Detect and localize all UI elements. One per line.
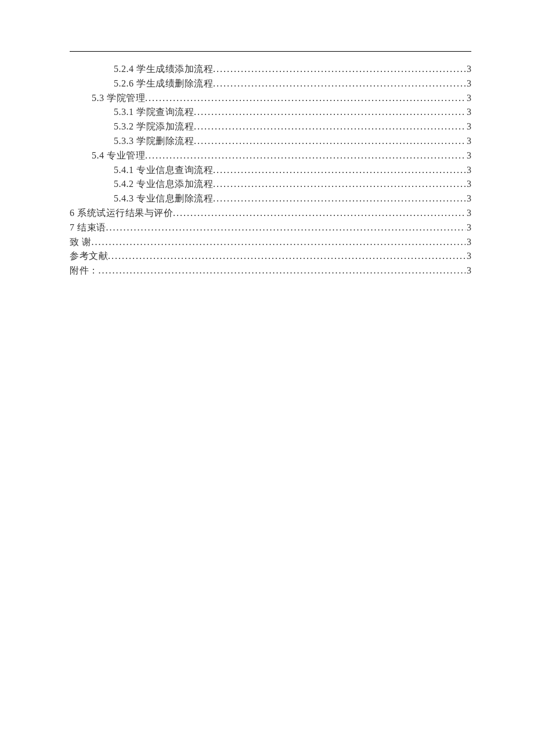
toc-leader-dots — [213, 177, 466, 192]
toc-leader-dots — [99, 264, 466, 278]
toc-entry: 5.4.1 专业信息查询流程3 — [70, 163, 471, 178]
toc-leader-dots — [213, 77, 466, 91]
toc-entry: 附件：3 — [70, 264, 471, 278]
toc-entry-page: 3 — [466, 264, 471, 278]
toc-entry-label: 5.2.6 学生成绩删除流程 — [114, 77, 213, 91]
toc-entry: 5.3.1 学院查询流程3 — [70, 105, 471, 120]
toc-leader-dots — [213, 62, 466, 77]
toc-leader-dots — [213, 163, 466, 178]
toc-entry: 5.4.2 专业信息添加流程3 — [70, 177, 471, 192]
toc-entry-label: 7 结束语 — [70, 221, 106, 235]
toc-entry-label: 5.2.4 学生成绩添加流程 — [114, 62, 213, 77]
toc-entry-label: 6 系统试运行结果与评价 — [70, 206, 173, 221]
toc-entry: 5.3 学院管理3 — [70, 91, 471, 106]
toc-entry-label: 参考文献 — [70, 249, 108, 264]
toc-entry-label: 致 谢 — [70, 235, 92, 250]
toc-entry-page: 3 — [466, 62, 471, 77]
toc-entry-label: 5.4.3 专业信息删除流程 — [114, 192, 213, 206]
toc-leader-dots — [145, 149, 466, 163]
toc-entry: 参考文献3 — [70, 249, 471, 264]
toc-entry-label: 5.3.1 学院查询流程 — [114, 105, 194, 120]
toc-entry-label: 5.4.2 专业信息添加流程 — [114, 177, 213, 192]
toc-entry-page: 3 — [466, 192, 471, 206]
toc-entry: 6 系统试运行结果与评价3 — [70, 206, 471, 221]
toc-entry: 致 谢3 — [70, 235, 471, 250]
toc-entry-page: 3 — [466, 120, 471, 134]
table-of-contents: 5.2.4 学生成绩添加流程35.2.6 学生成绩删除流程35.3 学院管理35… — [70, 62, 471, 278]
toc-entry: 5.4 专业管理3 — [70, 149, 471, 163]
toc-entry-label: 5.4.1 专业信息查询流程 — [114, 163, 213, 178]
toc-entry-page: 3 — [466, 249, 471, 264]
toc-leader-dots — [145, 91, 466, 106]
toc-entry-page: 3 — [466, 163, 471, 178]
toc-entry: 5.2.6 学生成绩删除流程3 — [70, 77, 471, 91]
toc-entry: 5.4.3 专业信息删除流程3 — [70, 192, 471, 206]
toc-entry: 5.2.4 学生成绩添加流程3 — [70, 62, 471, 77]
toc-entry: 7 结束语3 — [70, 221, 471, 235]
toc-leader-dots — [194, 120, 466, 134]
toc-entry-page: 3 — [466, 134, 471, 149]
toc-entry-page: 3 — [466, 235, 471, 250]
toc-leader-dots — [194, 105, 466, 120]
toc-entry-label: 附件： — [70, 264, 99, 278]
toc-entry-page: 3 — [466, 206, 471, 221]
toc-entry-page: 3 — [466, 105, 471, 120]
toc-leader-dots — [92, 235, 466, 250]
toc-entry-page: 3 — [466, 149, 471, 163]
toc-entry-label: 5.3.2 学院添加流程 — [114, 120, 194, 134]
toc-entry: 5.3.2 学院添加流程3 — [70, 120, 471, 134]
toc-entry-page: 3 — [466, 77, 471, 91]
toc-leader-dots — [194, 134, 466, 149]
toc-entry: 5.3.3 学院删除流程3 — [70, 134, 471, 149]
toc-entry-label: 5.3 学院管理 — [92, 91, 145, 106]
toc-entry-page: 3 — [466, 91, 471, 106]
document-page: 5.2.4 学生成绩添加流程35.2.6 学生成绩删除流程35.3 学院管理35… — [0, 0, 534, 278]
toc-leader-dots — [213, 192, 466, 206]
toc-entry-label: 5.3.3 学院删除流程 — [114, 134, 194, 149]
toc-leader-dots — [173, 206, 466, 221]
toc-entry-label: 5.4 专业管理 — [92, 149, 145, 163]
toc-entry-page: 3 — [466, 177, 471, 192]
toc-leader-dots — [108, 249, 466, 264]
header-rule — [70, 51, 471, 52]
toc-entry-page: 3 — [466, 221, 471, 235]
toc-leader-dots — [106, 221, 466, 235]
